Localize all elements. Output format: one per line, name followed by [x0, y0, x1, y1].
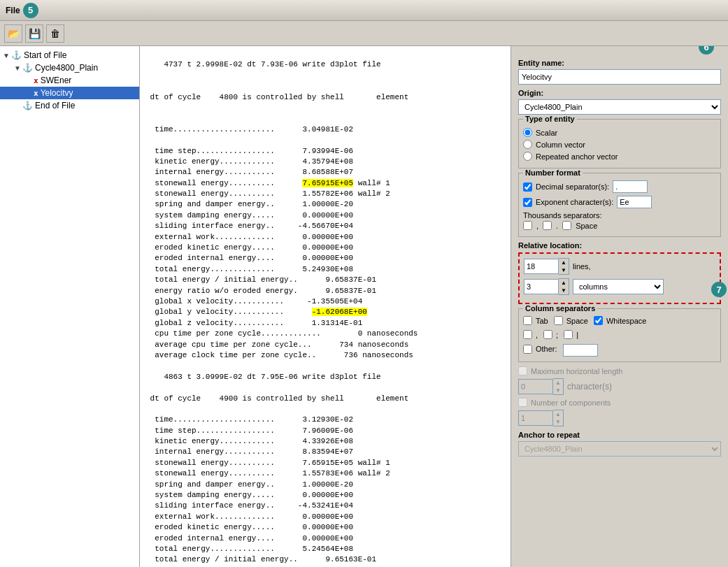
max-horiz-input[interactable]	[518, 379, 553, 394]
tree-label-end: End of File	[35, 101, 75, 110]
comma-check-label[interactable]: ,	[523, 330, 538, 339]
decimal-sep-label: Decimal separator(s):	[536, 182, 609, 191]
anchor-to-repeat-label: Anchor to repeat	[518, 431, 721, 439]
max-horiz-input-row: ▲ ▼ character(s)	[518, 378, 721, 395]
origin-select[interactable]: Cycle4800_Plain	[518, 99, 721, 115]
relative-location-label: Relative location:	[518, 241, 721, 250]
lines-spinner[interactable]: ▲ ▼	[524, 258, 569, 275]
main-area: ▼ ⚓ Start of File ▼ ⚓ Cycle4800_Plain x …	[0, 46, 728, 567]
columns-row: ▲ ▼ columns	[524, 278, 715, 295]
tree-item-end-of-file[interactable]: ⚓ End of File	[0, 99, 139, 112]
decimal-sep-check[interactable]	[523, 182, 532, 192]
space-label: Space	[576, 222, 597, 230]
radio-column-label: Column vector	[536, 141, 585, 149]
other-check-label[interactable]: Other:	[523, 345, 557, 354]
exponent-char-row: Exponent character(s):	[523, 196, 716, 208]
title-bar: File 5	[0, 0, 728, 21]
lines-label: lines,	[573, 262, 591, 271]
text-line-1: 4737 t 2.9998E-02 dt 7.93E-06 write d3pl…	[145, 60, 381, 69]
columns-up-btn[interactable]: ▲	[559, 279, 569, 287]
tree-label-swener: SWEner	[41, 76, 72, 85]
decimal-sep-row: Decimal separator(s):	[523, 180, 716, 193]
tab-check-label[interactable]: Tab	[523, 316, 548, 325]
space-check-label[interactable]: Space	[554, 316, 588, 325]
radio-column-vector[interactable]: Column vector	[523, 140, 716, 149]
number-format-box: Number format Decimal separator(s): Expo…	[518, 173, 721, 237]
columns-input[interactable]	[524, 279, 559, 294]
radio-group: Scalar Column vector Repeated anchor vec…	[523, 128, 716, 161]
radio-repeated-anchor[interactable]: Repeated anchor vector	[523, 152, 716, 161]
type-of-entity-title: Type of entity	[523, 115, 577, 123]
whitespace-check-label[interactable]: Whitespace	[594, 316, 646, 325]
pipe-check[interactable]	[564, 330, 573, 339]
anchor-to-repeat-select[interactable]: Cycle4800_Plain	[518, 441, 721, 457]
columns-spinner[interactable]: ▲ ▼	[524, 278, 569, 295]
tree-item-yelocitvy[interactable]: x Yelocitvy	[0, 87, 139, 99]
highlight-stonewall1: 7.65915E+05	[302, 179, 353, 187]
exponent-char-check[interactable]	[523, 198, 532, 207]
tab-label: Tab	[536, 317, 548, 325]
comma-check2[interactable]	[523, 330, 532, 339]
num-comp-down[interactable]: ▼	[553, 418, 563, 426]
space-check2[interactable]	[554, 316, 563, 325]
type-of-entity-box: Type of entity Scalar Column vector Repe…	[518, 119, 721, 168]
tree-item-swener[interactable]: x SWEner	[0, 74, 139, 87]
text-line-6: time step................. 7.93994E-06 k…	[145, 147, 417, 567]
columns-down-btn[interactable]: ▼	[559, 287, 569, 294]
anchor-icon-2: ⚓	[22, 63, 33, 73]
text-line-5: time...................... 3.04981E-02	[145, 125, 353, 134]
char-label: character(s)	[567, 382, 612, 392]
tree-panel: ▼ ⚓ Start of File ▼ ⚓ Cycle4800_Plain x …	[0, 46, 140, 567]
right-panel: 6 Entity name: Origin: Cycle4800_Plain T…	[511, 46, 728, 567]
comma-sep-check[interactable]	[523, 221, 532, 230]
columns-select[interactable]: columns	[573, 279, 664, 294]
num-components-input-row: ▲ ▼	[518, 410, 721, 426]
lines-up-btn[interactable]: ▲	[559, 259, 569, 266]
max-horiz-spinner[interactable]: ▲ ▼	[518, 378, 564, 395]
delete-button[interactable]: 🗑	[46, 24, 64, 43]
text-panel[interactable]: 4737 t 2.9998E-02 dt 7.93E-06 write d3pl…	[140, 46, 511, 567]
max-horiz-check[interactable]	[518, 366, 527, 375]
num-components-check[interactable]	[518, 398, 527, 407]
tree-label-cycle4800: Cycle4800_Plain	[35, 63, 98, 73]
other-input[interactable]	[563, 344, 598, 357]
semicolon-label: ;	[556, 331, 558, 339]
lines-input[interactable]	[524, 259, 559, 274]
lines-row: ▲ ▼ lines,	[524, 258, 715, 275]
tab-check[interactable]	[523, 316, 532, 325]
num-comp-input[interactable]	[518, 410, 553, 426]
exponent-char-input[interactable]	[617, 196, 652, 208]
semicolon-check-label[interactable]: ;	[543, 330, 558, 339]
space-check[interactable]	[562, 221, 571, 230]
tree-arrow-3	[25, 77, 34, 85]
column-separators-box: Column separators Tab Space Whitespace	[518, 308, 721, 362]
max-horiz-up[interactable]: ▲	[553, 379, 563, 387]
radio-column-input[interactable]	[523, 140, 532, 149]
max-horiz-label: Maximum horizontal length	[531, 367, 622, 375]
decimal-sep-input[interactable]	[613, 180, 648, 193]
tree-item-cycle4800[interactable]: ▼ ⚓ Cycle4800_Plain	[0, 62, 139, 74]
radio-scalar-input[interactable]	[523, 128, 532, 137]
dot-sep-check[interactable]	[543, 221, 552, 230]
other-check[interactable]	[523, 345, 532, 354]
columns-spinner-btns: ▲ ▼	[559, 278, 569, 295]
lines-down-btn[interactable]: ▼	[559, 266, 569, 274]
pipe-check-label[interactable]: |	[564, 330, 578, 339]
num-comp-spinner-btns: ▲ ▼	[553, 410, 564, 426]
entity-name-input[interactable]	[518, 69, 721, 85]
entity-name-label: Entity name:	[518, 59, 721, 67]
radio-repeated-input[interactable]	[523, 152, 532, 161]
open-button[interactable]: 📂	[4, 24, 22, 43]
semicolon-check[interactable]	[543, 330, 552, 339]
tree-arrow: ▼	[3, 52, 11, 59]
num-comp-up[interactable]: ▲	[553, 410, 563, 418]
max-horiz-down[interactable]: ▼	[553, 387, 563, 394]
whitespace-check[interactable]	[594, 316, 603, 325]
radio-scalar[interactable]: Scalar	[523, 128, 716, 137]
col-sep-row2: , ; |	[523, 330, 716, 342]
tree-item-start-of-file[interactable]: ▼ ⚓ Start of File	[0, 49, 139, 62]
text-content: 4737 t 2.9998E-02 dt 7.93E-06 write d3pl…	[140, 46, 511, 567]
save-button[interactable]: 💾	[25, 24, 43, 43]
dot-sep-label: .	[556, 222, 558, 230]
num-comp-spinner[interactable]: ▲ ▼	[518, 410, 564, 426]
